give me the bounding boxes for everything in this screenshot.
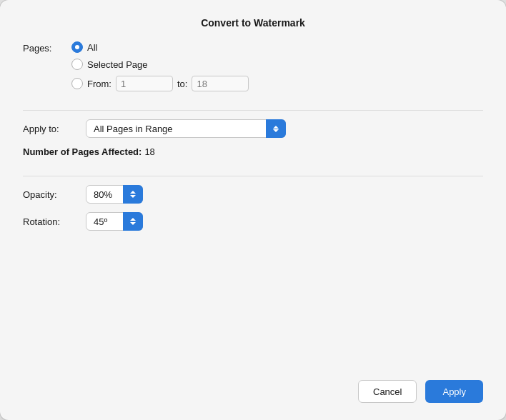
- opacity-label: Opacity:: [23, 189, 80, 200]
- opacity-up-icon: [130, 191, 136, 194]
- rotation-stepper[interactable]: [123, 212, 143, 231]
- divider-2: [23, 176, 483, 176]
- rotation-row: Rotation:: [23, 212, 483, 231]
- radio-all[interactable]: All: [71, 41, 249, 53]
- pages-affected-row: Number of Pages Affected: 18: [23, 146, 483, 157]
- pages-affected-label: Number of Pages Affected:: [23, 146, 142, 157]
- rotation-spinner-wrapper: [86, 212, 143, 231]
- from-to-row: From: to:: [87, 76, 249, 91]
- radio-from[interactable]: From: to:: [71, 76, 249, 91]
- opacity-spinner-wrapper: [86, 185, 143, 204]
- pages-label: Pages:: [23, 41, 66, 54]
- apply-to-select[interactable]: All Pages in Range Odd Pages Even Pages: [86, 119, 286, 138]
- radio-all-label: All: [87, 42, 97, 53]
- radio-selected-label: Selected Page: [87, 59, 148, 70]
- pages-radio-group: All Selected Page From: to:: [71, 41, 249, 91]
- to-input[interactable]: [192, 76, 249, 91]
- stepper-up-icon: [273, 126, 279, 129]
- rotation-label: Rotation:: [23, 216, 80, 227]
- convert-to-watermark-dialog: Convert to Watermark Pages: All Selected…: [0, 0, 506, 420]
- radio-all-indicator[interactable]: [71, 41, 83, 53]
- cancel-button[interactable]: Cancel: [358, 380, 417, 403]
- buttons-row: Cancel Apply: [23, 366, 483, 403]
- apply-to-row: Apply to: All Pages in Range Odd Pages E…: [23, 119, 483, 138]
- from-input[interactable]: [116, 76, 173, 91]
- apply-to-stepper[interactable]: [266, 119, 286, 138]
- apply-to-label: Apply to:: [23, 124, 80, 134]
- pages-section: Pages: All Selected Page From: to:: [23, 41, 483, 91]
- apply-to-select-wrapper: All Pages in Range Odd Pages Even Pages: [86, 119, 286, 138]
- opacity-row: Opacity:: [23, 185, 483, 204]
- rotation-up-icon: [130, 218, 136, 221]
- dialog-title: Convert to Watermark: [23, 17, 483, 29]
- divider: [23, 110, 483, 111]
- stepper-down-icon: [273, 129, 279, 132]
- radio-from-indicator[interactable]: [71, 78, 83, 89]
- opacity-stepper[interactable]: [123, 185, 143, 204]
- to-label: to:: [177, 79, 187, 89]
- radio-selected[interactable]: Selected Page: [71, 59, 249, 70]
- from-label: From:: [87, 79, 111, 89]
- rotation-down-icon: [130, 222, 136, 225]
- opacity-down-icon: [130, 195, 136, 198]
- pages-affected-value: 18: [144, 146, 154, 157]
- radio-selected-indicator[interactable]: [71, 59, 83, 70]
- apply-button[interactable]: Apply: [425, 380, 483, 403]
